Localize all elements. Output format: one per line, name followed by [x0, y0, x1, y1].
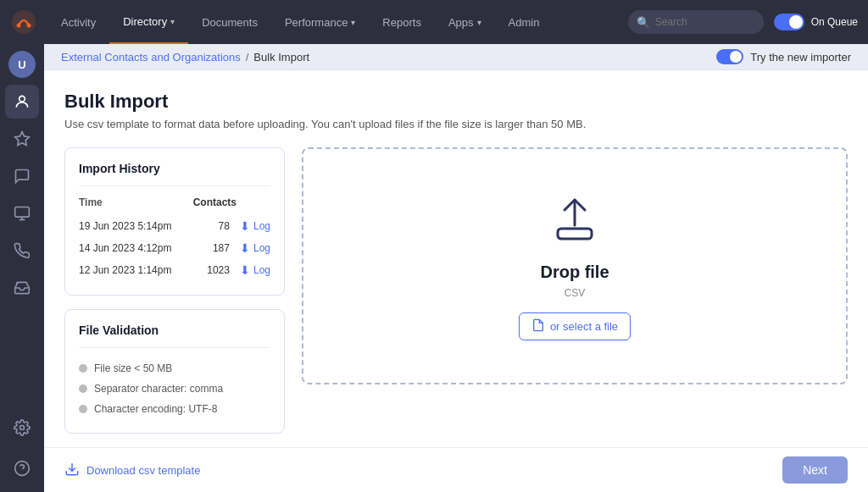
import-history-card: Import History Time Contacts 19 Jun 2023… [64, 147, 285, 296]
avatar[interactable]: U [8, 51, 36, 78]
import-row: 14 Jun 2023 4:12pm 187 ⬇ Log [79, 237, 270, 259]
validation-dot-3 [79, 405, 87, 413]
try-new-importer-toggle[interactable] [716, 49, 743, 64]
import-contacts-2: 187 [196, 242, 230, 254]
content-row: Import History Time Contacts 19 Jun 2023… [64, 147, 848, 434]
drop-zone-title: Drop file [540, 263, 609, 282]
main-content: External Contacts and Organizations / Bu… [44, 44, 868, 492]
on-queue-toggle[interactable]: On Queue [774, 14, 858, 30]
svg-rect-5 [15, 207, 30, 218]
import-row: 19 Jun 2023 5:14pm 78 ⬇ Log [79, 215, 270, 237]
sidebar-icon-star[interactable] [5, 122, 39, 156]
col-contacts-header: Contacts [193, 196, 236, 208]
download-csv-icon [64, 462, 80, 479]
search-input[interactable] [655, 16, 757, 28]
import-contacts-1: 78 [196, 220, 230, 232]
nav-performance[interactable]: Performance ▾ [271, 0, 369, 44]
search-bar[interactable]: 🔍 [628, 10, 764, 34]
breadcrumb-current: Bulk Import [253, 51, 309, 64]
import-history-title: Import History [79, 162, 270, 186]
sidebar-icon-settings[interactable] [5, 411, 39, 445]
search-icon: 🔍 [637, 16, 650, 29]
file-icon [531, 318, 545, 334]
sidebar-icon-user[interactable] [5, 85, 39, 119]
col-time-header: Time [79, 196, 193, 208]
validation-rule-2: Separator character: comma [94, 383, 223, 395]
nav-apps[interactable]: Apps ▾ [435, 0, 495, 44]
svg-rect-11 [558, 229, 592, 239]
download-icon-2: ⬇ [240, 241, 250, 255]
select-file-button[interactable]: or select a file [519, 312, 631, 340]
nav-activity[interactable]: Activity [47, 0, 109, 44]
topnav: Activity Directory ▾ Documents Performan… [0, 0, 868, 44]
sidebar-icon-monitor[interactable] [5, 196, 39, 230]
import-time-3: 12 Jun 2023 1:14pm [79, 264, 196, 276]
breadcrumb-bar: External Contacts and Organizations / Bu… [44, 44, 868, 70]
svg-point-3 [19, 96, 25, 102]
download-csv-link[interactable]: Download csv template [64, 462, 200, 479]
next-button[interactable]: Next [782, 456, 848, 484]
toggle-knob [789, 15, 803, 29]
app-logo[interactable] [10, 8, 37, 36]
apps-chevron-icon: ▾ [477, 18, 481, 27]
svg-point-0 [12, 10, 36, 34]
performance-chevron-icon: ▾ [351, 18, 355, 27]
import-log-2[interactable]: ⬇ Log [240, 241, 270, 255]
try-new-importer[interactable]: Try the new importer [716, 49, 851, 64]
import-contacts-3: 1023 [196, 264, 230, 276]
download-icon-3: ⬇ [240, 263, 250, 277]
nav-reports[interactable]: Reports [369, 0, 435, 44]
import-log-1[interactable]: ⬇ Log [240, 219, 270, 233]
upload-icon [548, 191, 602, 249]
page-content: Bulk Import Use csv template to format d… [44, 70, 868, 447]
bottom-bar: Download csv template Next [44, 447, 868, 492]
on-queue-label: On Queue [811, 16, 858, 28]
main-layout: U External Contacts and [0, 44, 868, 492]
left-panel: Import History Time Contacts 19 Jun 2023… [64, 147, 285, 434]
sidebar-icon-inbox[interactable] [5, 271, 39, 305]
file-validation-card: File Validation File size < 50 MB Separa… [64, 309, 285, 434]
page-subtitle: Use csv template to format data before u… [64, 118, 848, 130]
breadcrumb: External Contacts and Organizations / Bu… [61, 51, 309, 64]
sidebar: U [0, 44, 44, 492]
svg-point-2 [27, 24, 31, 28]
on-queue-switch[interactable] [774, 14, 804, 30]
import-history-header: Time Contacts [79, 196, 270, 208]
breadcrumb-parent[interactable]: External Contacts and Organizations [61, 51, 241, 64]
download-icon-1: ⬇ [240, 219, 250, 233]
nav-directory[interactable]: Directory ▾ [109, 0, 188, 44]
import-time-2: 14 Jun 2023 4:12pm [79, 242, 196, 254]
validation-item: File size < 50 MB [79, 358, 270, 379]
validation-rule-3: Character encoding: UTF-8 [94, 403, 217, 415]
try-new-importer-knob [730, 51, 742, 63]
file-validation-title: File Validation [79, 323, 270, 348]
drop-zone[interactable]: Drop file CSV or select a file [302, 147, 848, 384]
svg-point-1 [17, 24, 21, 28]
svg-marker-4 [15, 132, 30, 146]
validation-item: Separator character: comma [79, 379, 270, 399]
nav-admin[interactable]: Admin [495, 0, 554, 44]
breadcrumb-separator: / [246, 51, 249, 64]
sidebar-icon-help[interactable] [5, 451, 39, 485]
sidebar-icon-chat[interactable] [5, 159, 39, 193]
nav-documents[interactable]: Documents [188, 0, 271, 44]
page-title: Bulk Import [64, 91, 848, 113]
validation-dot-2 [79, 384, 87, 393]
validation-rule-1: File size < 50 MB [94, 362, 172, 374]
validation-dot-1 [79, 364, 87, 373]
directory-chevron-icon: ▾ [170, 17, 175, 26]
import-log-3[interactable]: ⬇ Log [240, 263, 270, 277]
drop-zone-subtitle: CSV [565, 287, 586, 299]
sidebar-icon-phone[interactable] [5, 234, 39, 268]
svg-point-8 [20, 426, 25, 430]
import-time-1: 19 Jun 2023 5:14pm [79, 220, 196, 232]
validation-item: Character encoding: UTF-8 [79, 399, 270, 419]
import-row: 12 Jun 2023 1:14pm 1023 ⬇ Log [79, 259, 270, 281]
try-new-importer-label: Try the new importer [750, 51, 851, 64]
